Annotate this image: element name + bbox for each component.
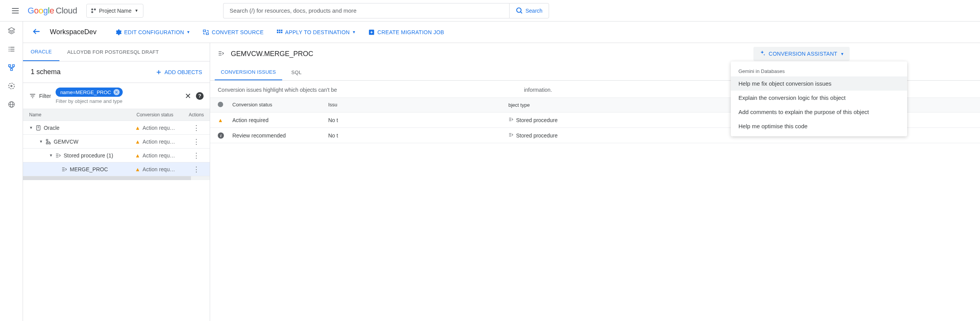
rail-layers-icon[interactable] <box>7 26 16 35</box>
edit-config-label: EDIT CONFIGURATION <box>124 29 184 35</box>
svg-rect-5 <box>10 49 14 50</box>
tab-alloydb-label: ALLOYDB FOR POSTGRESQL DRAFT <box>67 49 159 55</box>
add-objects-button[interactable]: ADD OBJECTS <box>155 69 202 76</box>
dropdown-item-label: Add comments to explain the purpose of t… <box>738 109 869 115</box>
tree-label: Oracle <box>44 125 59 131</box>
tree-status: Action requ… <box>143 139 175 145</box>
issues-desc-right: information. <box>524 87 552 93</box>
search-input[interactable]: Search (/) for resources, docs, products… <box>223 3 509 18</box>
tab-oracle[interactable]: ORACLE <box>23 43 59 61</box>
svg-rect-2 <box>8 47 10 48</box>
apply-destination-button[interactable]: APPLY TO DESTINATION ▼ <box>276 29 356 36</box>
tree-col-actions: Actions <box>183 109 210 121</box>
create-migration-job-button[interactable]: CREATE MIGRATION JOB <box>368 29 444 36</box>
warning-icon: ▲ <box>135 139 140 145</box>
filter-icon <box>29 93 36 99</box>
warning-icon: ▲ <box>135 166 140 172</box>
google-cloud-logo[interactable]: Google Cloud <box>28 6 77 16</box>
back-arrow-button[interactable] <box>32 27 41 37</box>
grid-icon <box>276 29 283 36</box>
expand-arrow-icon[interactable]: ▼ <box>39 139 43 144</box>
issue-type: Stored procedure <box>516 117 557 123</box>
create-job-label: CREATE MIGRATION JOB <box>377 29 444 35</box>
tree-row-schema[interactable]: ▼ GEMVCW ▲Action requ… ⋮ <box>23 135 210 149</box>
add-objects-label: ADD OBJECTS <box>164 69 202 75</box>
svg-point-0 <box>516 8 521 12</box>
horizontal-scrollbar[interactable] <box>23 176 210 180</box>
svg-rect-3 <box>10 47 14 48</box>
tab-sql[interactable]: SQL <box>285 65 308 80</box>
edit-configuration-button[interactable]: EDIT CONFIGURATION ▼ <box>115 29 191 36</box>
svg-rect-10 <box>10 69 12 71</box>
proc-icon <box>61 166 67 172</box>
filter-chip[interactable]: name=MERGE_PROC ✕ <box>56 88 123 97</box>
filter-chip-label: name=MERGE_PROC <box>60 89 111 95</box>
dropdown-item-label: Explain the conversion logic for this ob… <box>738 94 845 101</box>
search-button-label: Search <box>526 8 543 14</box>
dropdown-item-optimise[interactable]: Help me optimise this code <box>731 119 907 133</box>
svg-rect-4 <box>8 49 10 50</box>
row-actions-menu[interactable]: ⋮ <box>183 165 210 174</box>
plus-box-icon <box>368 29 375 36</box>
convert-icon <box>202 29 209 36</box>
rail-globe-icon[interactable] <box>7 100 16 109</box>
conversion-assistant-button[interactable]: CONVERSION ASSISTANT ▼ <box>753 47 850 61</box>
tab-issues-label: CONVERSION ISSUES <box>221 69 276 75</box>
tab-alloydb[interactable]: ALLOYDB FOR POSTGRESQL DRAFT <box>59 43 166 61</box>
dropdown-item-add-comments[interactable]: Add comments to explain the purpose of t… <box>731 105 907 119</box>
rail-import-icon[interactable] <box>7 81 16 91</box>
svg-rect-6 <box>8 51 10 51</box>
svg-rect-22 <box>277 30 278 31</box>
filter-chip-remove-icon[interactable]: ✕ <box>113 89 120 95</box>
tree-label: Stored procedure (1) <box>64 152 113 159</box>
svg-rect-24 <box>281 30 282 31</box>
tree-row-merge-proc[interactable]: MERGE_PROC ▲Action requ… ⋮ <box>23 162 210 176</box>
expand-arrow-icon[interactable]: ▼ <box>29 126 33 130</box>
assist-btn-label: CONVERSION ASSISTANT <box>769 51 837 57</box>
object-name-title: GEMVCW.MERGE_PROC <box>231 50 313 58</box>
expand-arrow-icon[interactable]: ▼ <box>49 153 53 157</box>
warning-icon: ▲ <box>218 117 223 123</box>
issue-type: Stored procedure <box>516 132 557 139</box>
main-menu-button[interactable] <box>6 2 25 20</box>
tab-oracle-label: ORACLE <box>31 49 52 55</box>
project-selector-button[interactable]: Project Name ▼ <box>86 4 143 18</box>
svg-rect-37 <box>46 142 48 144</box>
tree-label: GEMVCW <box>54 139 79 145</box>
filter-clear-button[interactable]: ✕ <box>185 91 191 101</box>
issues-col-issue[interactable]: Issu <box>325 98 505 112</box>
dropdown-item-label: Help me fix object conversion issues <box>738 80 832 87</box>
filter-input[interactable]: name=MERGE_PROC ✕ Filter by object name … <box>56 88 180 104</box>
dropdown-item-fix-issues[interactable]: Help me fix object conversion issues <box>731 76 907 91</box>
issues-desc-left: Conversion issues highlight which object… <box>218 87 337 93</box>
issues-col-status[interactable]: Conversion status <box>229 98 325 112</box>
row-actions-menu[interactable]: ⋮ <box>183 124 210 132</box>
warning-icon: ▲ <box>135 152 140 159</box>
svg-line-1 <box>520 12 522 13</box>
row-actions-menu[interactable]: ⋮ <box>183 151 210 160</box>
rail-list-icon[interactable] <box>7 45 16 54</box>
row-actions-menu[interactable]: ⋮ <box>183 137 210 146</box>
logo-cloud-text: Cloud <box>56 6 77 16</box>
issue-status: Review recommended <box>229 129 325 142</box>
chevron-down-icon: ▼ <box>352 30 356 34</box>
sparkle-icon <box>759 50 766 58</box>
convert-source-button[interactable]: CONVERT SOURCE <box>202 29 263 36</box>
workspace-title: WorkspaceDev <box>50 28 97 36</box>
tree-status: Action requ… <box>143 152 175 159</box>
svg-rect-26 <box>279 31 280 33</box>
issue-status: Action required <box>229 113 325 127</box>
search-button[interactable]: Search <box>509 3 549 18</box>
dropdown-item-explain-logic[interactable]: Explain the conversion logic for this ob… <box>731 91 907 105</box>
tab-sql-label: SQL <box>291 69 302 75</box>
tree-label: MERGE_PROC <box>70 166 108 172</box>
tree-row-stored-proc-folder[interactable]: ▼ Stored procedure (1) ▲Action requ… ⋮ <box>23 149 210 162</box>
project-name-label: Project Name <box>99 8 132 14</box>
tab-conversion-issues[interactable]: CONVERSION ISSUES <box>215 65 282 80</box>
tree-row-oracle[interactable]: ▼ Oracle ▲Action requ… ⋮ <box>23 121 210 135</box>
issue-text: No t <box>325 113 505 127</box>
chevron-down-icon: ▼ <box>135 8 138 13</box>
filter-help-button[interactable]: ? <box>196 92 204 100</box>
filter-label: Filter <box>29 93 51 99</box>
rail-workspace-icon[interactable] <box>7 63 16 72</box>
